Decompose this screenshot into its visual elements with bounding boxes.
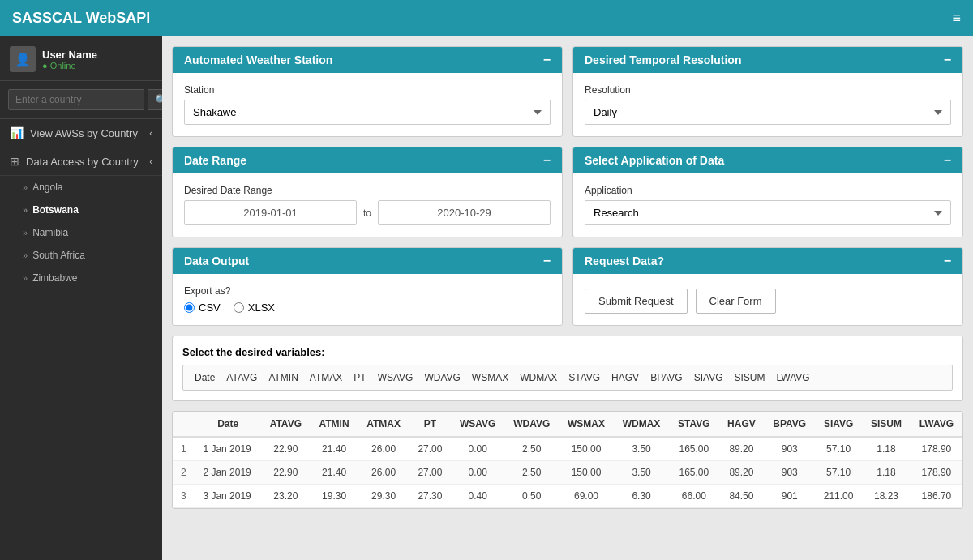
request-buttons: Submit Request Clear Form — [585, 289, 951, 314]
variable-tag[interactable]: SIAVG — [689, 370, 728, 385]
data-output-minimize-button[interactable]: − — [543, 254, 551, 267]
variable-tag[interactable]: ATMAX — [305, 370, 347, 385]
variable-tag[interactable]: WSMAX — [467, 370, 513, 385]
application-select[interactable]: Research Agriculture Education Other — [585, 200, 951, 225]
sidebar-item-south-africa[interactable]: » South Africa — [0, 244, 162, 267]
sidebar-item-namibia[interactable]: » Namibia — [0, 221, 162, 244]
variable-tag[interactable]: SISUM — [730, 370, 770, 385]
data-output-panel-body: Export as? CSV XLSX — [173, 274, 562, 325]
variable-tag[interactable]: BPAVG — [645, 370, 688, 385]
application-label: Application — [585, 185, 951, 196]
csv-option[interactable]: CSV — [184, 301, 221, 314]
temporal-panel-body: Resolution Daily Monthly Annual — [573, 73, 962, 136]
cell-bpavg: 903 — [765, 437, 816, 461]
csv-radio[interactable] — [184, 302, 195, 313]
date-range-row: to — [184, 200, 551, 225]
variables-tags: DateATAVGATMINATMAXPTWSAVGWDAVGWSMAXWDMA… — [182, 365, 953, 391]
temporal-panel-header: Desired Temporal Resolution − — [573, 47, 962, 73]
xlsx-radio[interactable] — [234, 302, 244, 313]
cell-wsavg: 0.40 — [451, 485, 504, 508]
variable-tag[interactable]: WSAVG — [373, 370, 418, 385]
cell-sisum: 1.18 — [862, 437, 911, 461]
sidebar-item-view-awss[interactable]: 📊 View AWSs by Country ‹ — [0, 119, 162, 147]
search-input[interactable] — [8, 89, 144, 110]
search-button[interactable]: 🔍 — [148, 89, 162, 110]
col-rownum — [173, 412, 195, 437]
cell-atmax: 26.00 — [358, 437, 409, 461]
sidebar-item-data-access[interactable]: ⊞ Data Access by Country ‹ — [0, 147, 162, 176]
variable-tag[interactable]: STAVG — [564, 370, 605, 385]
date-range-label: Desired Date Range — [184, 185, 551, 196]
col-atavg: ATAVG — [261, 412, 311, 437]
middle-panels-row: Date Range − Desired Date Range to Selec… — [172, 147, 963, 237]
cell-rownum: 2 — [173, 461, 195, 485]
sidebar: 👤 User Name Online 🔍 📊 View AWSs by Coun… — [0, 36, 162, 560]
cell-wdmax: 3.50 — [614, 437, 669, 461]
variable-tag[interactable]: PT — [349, 370, 371, 385]
sidebar-item-zimbabwe[interactable]: » Zimbabwe — [0, 267, 162, 289]
station-label: Station — [184, 84, 551, 96]
date-to-input[interactable] — [378, 200, 551, 225]
cell-sisum: 18.23 — [862, 485, 911, 508]
variable-tag[interactable]: LWAVG — [772, 370, 815, 385]
nav-arrow-icon: ‹ — [149, 156, 152, 166]
cell-wsmax: 69.00 — [559, 485, 614, 508]
col-lwavg: LWAVG — [911, 412, 962, 437]
temporal-minimize-button[interactable]: − — [944, 53, 951, 66]
cell-siavg: 211.00 — [815, 485, 862, 508]
cell-wdavg: 2.50 — [504, 461, 559, 485]
col-siavg: SIAVG — [815, 412, 862, 437]
clear-form-button[interactable]: Clear Form — [696, 289, 776, 314]
csv-label: CSV — [199, 301, 221, 314]
cell-lwavg: 178.90 — [911, 437, 962, 461]
submit-request-button[interactable]: Submit Request — [585, 289, 688, 314]
application-panel-header: Select Application of Data − — [573, 147, 962, 173]
variable-tag[interactable]: ATMIN — [264, 370, 302, 385]
user-status: Online — [42, 61, 97, 71]
col-wsavg: WSAVG — [451, 412, 504, 437]
variable-tag[interactable]: Date — [190, 370, 220, 385]
cell-lwavg: 178.90 — [911, 461, 962, 485]
date-from-input[interactable] — [184, 200, 357, 225]
variable-tag[interactable]: HAGV — [607, 370, 644, 385]
grid-icon: ⊞ — [10, 155, 19, 168]
col-date: Date — [195, 412, 260, 437]
cell-atmax: 29.30 — [358, 485, 409, 508]
col-wsmax: WSMAX — [559, 412, 614, 437]
table-row: 2 2 Jan 2019 22.90 21.40 26.00 27.00 0.0… — [173, 461, 962, 485]
application-minimize-button[interactable]: − — [944, 154, 951, 167]
application-panel-title: Select Application of Data — [585, 154, 724, 167]
col-sisum: SISUM — [862, 412, 911, 437]
aws-minimize-button[interactable]: − — [543, 53, 551, 66]
sub-arrow-icon: » — [23, 205, 28, 215]
xlsx-option[interactable]: XLSX — [234, 301, 275, 314]
sidebar-item-angola[interactable]: » Angola — [0, 176, 162, 199]
sidebar-item-botswana[interactable]: » Botswana — [0, 199, 162, 221]
temporal-panel-title: Desired Temporal Resolution — [585, 53, 741, 66]
cell-date: 3 Jan 2019 — [195, 485, 260, 508]
temporal-panel: Desired Temporal Resolution − Resolution… — [572, 46, 963, 137]
cell-hagv: 89.20 — [718, 437, 764, 461]
cell-rownum: 3 — [173, 485, 195, 508]
main-content: Automated Weather Station − Station Shak… — [162, 36, 973, 560]
hamburger-icon[interactable]: ≡ — [952, 10, 961, 27]
station-select[interactable]: Shakawe Maun Gaborone Kasane — [184, 100, 551, 125]
variable-tag[interactable]: WDMAX — [515, 370, 562, 385]
sidebar-item-label: Data Access by Country — [26, 156, 139, 168]
data-table-section: Date ATAVG ATMIN ATMAX PT WSAVG WDAVG WS… — [172, 411, 963, 509]
request-minimize-button[interactable]: − — [944, 254, 951, 267]
variable-tag[interactable]: ATAVG — [221, 370, 262, 385]
table-row: 3 3 Jan 2019 23.20 19.30 29.30 27.30 0.4… — [173, 485, 962, 508]
date-range-minimize-button[interactable]: − — [543, 154, 551, 167]
user-section: 👤 User Name Online — [0, 36, 162, 81]
variable-tag[interactable]: WDAVG — [419, 370, 465, 385]
cell-atavg: 22.90 — [261, 437, 311, 461]
cell-pt: 27.00 — [409, 437, 451, 461]
cell-bpavg: 903 — [765, 461, 816, 485]
resolution-select[interactable]: Daily Monthly Annual — [585, 100, 951, 125]
col-pt: PT — [409, 412, 451, 437]
cell-wsmax: 150.00 — [559, 437, 614, 461]
cell-hagv: 84.50 — [718, 485, 764, 508]
table-row: 1 1 Jan 2019 22.90 21.40 26.00 27.00 0.0… — [173, 437, 962, 461]
cell-atmax: 26.00 — [358, 461, 409, 485]
